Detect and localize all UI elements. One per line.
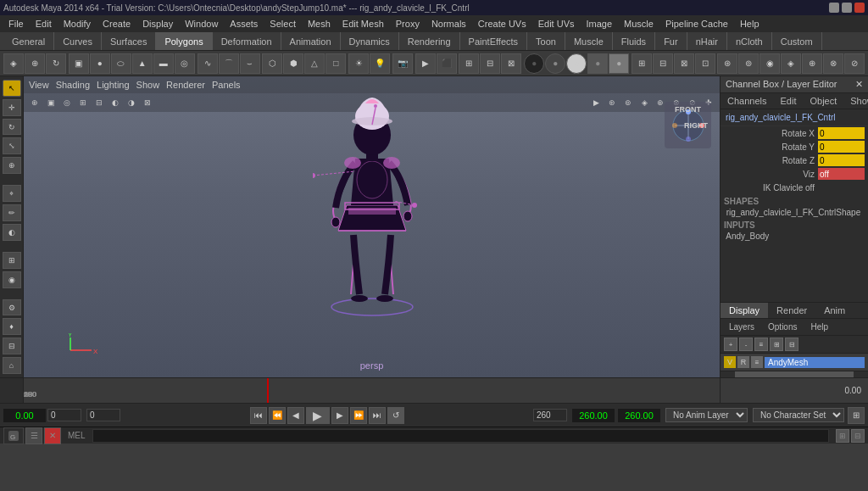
layer-scrollbar[interactable]	[721, 371, 868, 377]
menu-image[interactable]: Image	[581, 17, 618, 31]
icon-quality-4[interactable]: ●	[587, 53, 608, 74]
icon-nurbs2[interactable]: ⌒	[219, 53, 239, 74]
transport-play-start[interactable]: 260.00	[572, 409, 615, 422]
menu-create-uvs[interactable]: Create UVs	[473, 17, 531, 31]
ch-value-viz[interactable]	[818, 168, 865, 180]
transport-extra-btn[interactable]: ⊞	[848, 407, 865, 424]
menu-mesh[interactable]: Mesh	[303, 17, 336, 31]
menu-edit-uvs[interactable]: Edit UVs	[533, 17, 580, 31]
layer-icon-4[interactable]: ⊞	[770, 338, 783, 351]
icon-right3[interactable]: ◉	[760, 53, 780, 74]
tool-lasso[interactable]: ⌖	[3, 185, 21, 202]
transport-prev-frame[interactable]: ◀	[287, 407, 304, 424]
channel-tab-show[interactable]: Show	[843, 93, 868, 109]
vp-icon-6[interactable]: ◐	[108, 95, 123, 110]
playhead[interactable]	[267, 378, 269, 403]
menu-edit[interactable]: Edit	[31, 17, 57, 31]
menu-normals[interactable]: Normals	[426, 17, 471, 31]
end-frame-input[interactable]	[533, 409, 567, 421]
icon-right4[interactable]: ◈	[781, 53, 801, 74]
icon-poly2[interactable]: ⬢	[283, 53, 303, 74]
layer-icon-delete[interactable]: -	[739, 338, 753, 351]
icon-snap1[interactable]: ⊞	[459, 53, 479, 74]
icon-misc3[interactable]: ⊠	[674, 53, 694, 74]
menu-select[interactable]: Select	[264, 17, 301, 31]
icon-rotate[interactable]: ↻	[46, 53, 66, 74]
tool-home[interactable]: ⌂	[3, 357, 21, 374]
transport-loop[interactable]: ↺	[387, 407, 404, 424]
lc-btn-help[interactable]: Help	[805, 321, 833, 333]
icon-cube[interactable]: ▣	[69, 53, 89, 74]
dt-tab-display[interactable]: Display	[721, 303, 768, 318]
channel-tab-channels[interactable]: Channels	[721, 93, 773, 109]
icon-poly3[interactable]: △	[304, 53, 325, 74]
vp-icon-3[interactable]: ◎	[59, 95, 75, 110]
tool-select[interactable]: ↖	[3, 80, 21, 97]
status-icon-2[interactable]: ⊟	[851, 429, 865, 443]
tab-painteffects[interactable]: PaintEffects	[460, 32, 528, 50]
tool-show-manip[interactable]: ⚙	[3, 299, 21, 316]
tab-surfaces[interactable]: Surfaces	[102, 32, 156, 50]
viewport[interactable]: View Shading Lighting Show Renderer Pane…	[24, 76, 720, 377]
taskbar-btn-close[interactable]: ✕	[44, 427, 61, 444]
mel-input[interactable]	[92, 429, 829, 443]
lc-btn-options[interactable]: Options	[763, 321, 802, 333]
tab-deformation[interactable]: Deformation	[213, 32, 281, 50]
tab-muscle[interactable]: Muscle	[565, 32, 613, 50]
transport-next-key[interactable]: ⏩	[350, 407, 367, 424]
tab-toon[interactable]: Toon	[527, 32, 565, 50]
tab-animation[interactable]: Animation	[281, 32, 341, 50]
icon-poly4[interactable]: □	[326, 53, 346, 74]
menu-muscle[interactable]: Muscle	[619, 17, 659, 31]
icon-render1[interactable]: ▶	[415, 53, 436, 74]
icon-cone[interactable]: ▲	[132, 53, 153, 74]
menu-help[interactable]: Help	[735, 17, 765, 31]
viewport-menu-view[interactable]: View	[29, 80, 49, 90]
icon-right5[interactable]: ⊕	[802, 53, 822, 74]
viewport-menu-lighting[interactable]: Lighting	[97, 80, 130, 90]
tool-sculpt[interactable]: ◐	[3, 224, 21, 241]
menu-proxy[interactable]: Proxy	[391, 17, 425, 31]
tab-fur[interactable]: Fur	[655, 32, 687, 50]
minimize-button[interactable]	[829, 3, 839, 13]
layer-icon-5[interactable]: ⊟	[785, 338, 798, 351]
tab-nhair[interactable]: nHair	[687, 32, 727, 50]
menu-window[interactable]: Window	[180, 17, 223, 31]
tab-dynamics[interactable]: Dynamics	[341, 32, 399, 50]
character-set-select[interactable]: No Character Set	[753, 408, 844, 422]
icon-misc2[interactable]: ⊟	[653, 53, 673, 74]
menu-create[interactable]: Create	[97, 17, 136, 31]
transport-start[interactable]: 0.00	[3, 409, 46, 422]
tool-rotate[interactable]: ↻	[3, 119, 21, 136]
transport-to-start[interactable]: ⏮	[250, 407, 267, 424]
transport-play[interactable]: ▶	[306, 407, 330, 424]
start-frame-input[interactable]	[86, 409, 120, 421]
vp-icon-11[interactable]: ⊚	[620, 95, 636, 110]
icon-transform[interactable]: ⊕	[25, 53, 45, 74]
icon-sphere[interactable]: ●	[90, 53, 110, 74]
menu-assets[interactable]: Assets	[225, 17, 263, 31]
close-button[interactable]	[854, 3, 865, 13]
tool-rig[interactable]: ♦	[3, 318, 21, 335]
icon-right7[interactable]: ⊘	[844, 53, 865, 74]
vp-icon-9[interactable]: ▶	[588, 95, 604, 110]
dt-tab-anim[interactable]: Anim	[815, 303, 854, 318]
vp-icon-1[interactable]: ⊕	[27, 95, 42, 110]
channel-box-close-icon[interactable]: ✕	[855, 79, 863, 90]
icon-misc4[interactable]: ⊡	[695, 53, 715, 74]
viewport-menu-shading[interactable]: Shading	[56, 80, 90, 90]
menu-display[interactable]: Display	[137, 17, 178, 31]
vp-icon-8[interactable]: ⊠	[140, 95, 155, 110]
menu-edit-mesh[interactable]: Edit Mesh	[337, 17, 389, 31]
transport-prev-key[interactable]: ⏪	[269, 407, 286, 424]
menu-modify[interactable]: Modify	[58, 17, 96, 31]
menu-file[interactable]: File	[3, 17, 29, 31]
tab-custom[interactable]: Custom	[772, 32, 822, 50]
layer-icon-new[interactable]: +	[724, 338, 737, 351]
tab-curves[interactable]: Curves	[54, 32, 102, 50]
icon-light1[interactable]: ☀	[348, 53, 369, 74]
current-frame-input[interactable]	[47, 409, 81, 421]
transport-to-end[interactable]: ⏭	[369, 407, 386, 424]
tool-softmod[interactable]: ◉	[3, 271, 21, 288]
icon-right2[interactable]: ⊚	[738, 53, 759, 74]
